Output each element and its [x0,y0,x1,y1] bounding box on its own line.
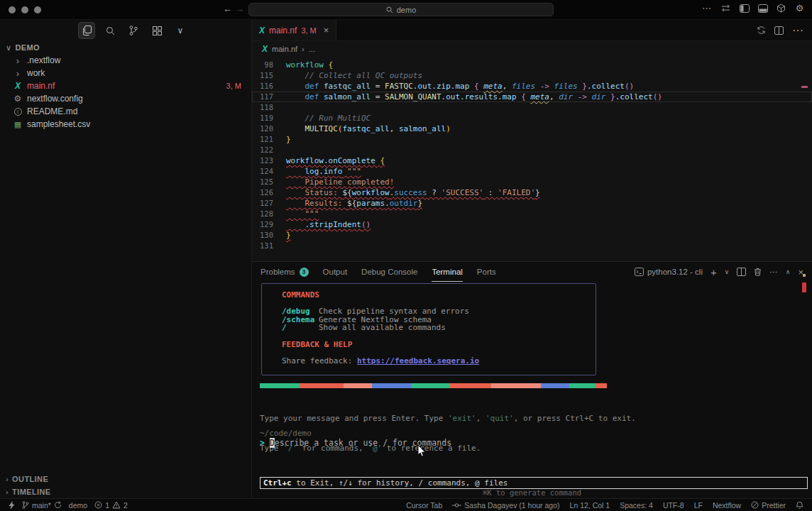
eol-status[interactable]: LF [694,501,703,510]
toggle-sidebar-button[interactable] [740,4,750,13]
tab-main-nf[interactable]: main.nf 3, M × [252,20,336,40]
traffic-lights [9,6,41,13]
formatter-status[interactable]: Prettier [751,501,786,510]
code-line-115[interactable]: 115 // Collect all QC outputs [252,70,812,81]
remote-indicator[interactable] [9,501,15,510]
new-terminal-button[interactable]: + [710,266,717,278]
views-chevron-button[interactable]: ∨ [172,22,189,39]
tab-dirty-badge: 3, M [301,26,316,35]
git-commit-status[interactable]: Sasha Dagayev (1 hour ago) [452,501,559,510]
code-line-121[interactable]: 121} [252,134,812,145]
code-line-122[interactable]: 122 [252,145,812,155]
breadcrumb[interactable]: main.nf › ... [252,41,812,57]
source-control-button[interactable] [125,22,142,39]
code-line-118[interactable]: 118 [252,102,812,113]
search-button[interactable] [102,22,119,39]
command-center-search[interactable]: demo [248,3,554,16]
tree-item-samplesheet.csv[interactable]: samplesheet.csv [0,118,251,131]
code-line-123[interactable]: 123workflow.onComplete { [252,155,812,166]
terminal-dropdown-chevron[interactable]: ∨ [725,268,730,275]
terminal-icon [635,268,644,276]
tree-item-work[interactable]: work [0,67,251,79]
feedback-link[interactable]: https://feedback.seqera.io [357,356,479,366]
file-label: nextflow.config [27,94,83,104]
chevron-right-icon: › [6,488,9,496]
cursor-tab-status[interactable]: Cursor Tab [406,501,442,510]
tree-item-nextflow.config[interactable]: nextflow.config [0,92,251,105]
explorer-button[interactable] [78,22,95,39]
chevron-icon [13,68,23,79]
minimize-window-button[interactable] [21,6,28,13]
toggle-panel-button[interactable] [758,4,768,13]
code-line-130[interactable]: 130} [252,230,812,241]
line-number: 122 [252,145,273,155]
code-line-98[interactable]: 98workflow { [252,60,812,70]
close-tab-icon[interactable]: × [324,25,329,35]
code-line-125[interactable]: 125 Pipeline completed! [252,177,812,187]
maximize-panel-button[interactable]: ∧ [786,268,791,275]
panel-tab-terminal[interactable]: Terminal [432,262,462,282]
tree-item-main.nf[interactable]: main.nf3, M [0,79,251,92]
timeline-section[interactable]: › TIMELINE [0,485,251,498]
file-label: .nextflow [27,55,60,65]
search-icon [386,6,393,13]
commands-title: COMMANDS [282,291,586,300]
commit-icon [452,502,461,508]
footer-rest: to Exit, ↑/↓ for history, / commands, @ … [292,478,508,488]
split-editor-icon[interactable] [774,26,784,35]
code-line-116[interactable]: 116 def fastqc_all = FASTQC.out.zip.map … [252,81,812,92]
close-window-button[interactable] [9,6,16,13]
split-terminal-button[interactable] [737,268,746,276]
tree-item-.nextflow[interactable]: .nextflow [0,54,251,67]
kill-terminal-trash-button[interactable] [754,268,762,276]
tree-item-README.md[interactable]: README.md [0,105,251,118]
editor-more-button[interactable]: ⋯ [792,23,803,37]
title-more-button[interactable]: ⋯ [701,3,712,13]
info-icon [13,108,23,116]
code-line-126[interactable]: 126 Status: ${workflow.success ? 'SUCCES… [252,187,812,198]
back-button[interactable]: ← [223,4,232,14]
project-name[interactable]: demo [69,501,87,510]
text-cursor: D [270,438,275,448]
encoding-status[interactable]: UTF-8 [663,501,684,510]
error-icon [94,501,102,509]
terminal-content[interactable]: COMMANDS /debugCheck pipeline syntax and… [252,282,812,499]
open-changes-icon[interactable] [757,26,766,35]
panel-tab-ports[interactable]: Ports [477,262,496,282]
line-number: 119 [252,113,273,123]
code-line-124[interactable]: 124 log.info """ [252,166,812,177]
panel-tab-problems[interactable]: Problems3 [260,262,309,282]
cursor-position[interactable]: Ln 12, Col 1 [570,501,610,510]
code-editor[interactable]: 98workflow {115 // Collect all QC output… [252,57,812,261]
explorer-section-header[interactable]: ∨ DEMO [0,41,251,54]
shortcut-footer-box: Ctrl+c to Exit, ↑/↓ for history, / comma… [260,477,808,489]
extensions-button[interactable] [148,22,165,39]
language-mode[interactable]: Nextflow [713,501,741,510]
branch-status[interactable]: main* [22,501,62,510]
notifications-bell-icon[interactable] [796,501,803,510]
sync-arrows-icon[interactable] [720,4,731,12]
code-line-119[interactable]: 119 // Run MultiQC [252,113,812,123]
code-line-131[interactable]: 131 [252,241,812,251]
zoom-window-button[interactable] [34,6,41,13]
problems-status[interactable]: 1 2 [94,501,128,510]
footer-ctrlc: Ctrl+c [263,478,292,488]
vscode-window: ← → demo ⋯ ⚙ [0,0,812,511]
explorer-section-label: DEMO [15,43,40,52]
panel-more-button[interactable]: ⋯ [769,267,778,277]
panel-tab-output[interactable]: Output [323,262,348,282]
indentation-status[interactable]: Spaces: 4 [620,501,653,510]
outline-section[interactable]: › OUTLINE [0,473,251,485]
bottom-panel: Problems3OutputDebug ConsoleTerminalPort… [252,261,812,498]
code-line-120[interactable]: 120 MULTIQC(fastqc_all, salmon_all) [252,123,812,134]
settings-gear-icon[interactable]: ⚙ [794,3,805,13]
line-number: 127 [252,198,273,209]
forward-button[interactable]: → [235,4,244,14]
code-line-127[interactable]: 127 Results: ${params.outdir} [252,198,812,209]
code-line-128[interactable]: 128 """ [252,209,812,219]
code-line-129[interactable]: 129 .stripIndent() [252,219,812,230]
extensions-cube-icon[interactable] [777,4,786,13]
terminal-profile[interactable]: python3.12 - cli [635,268,703,276]
panel-tab-debug-console[interactable]: Debug Console [361,262,417,282]
code-line-117[interactable]: 117 def salmon_all = SALMON_QUANT.out.re… [252,92,812,102]
